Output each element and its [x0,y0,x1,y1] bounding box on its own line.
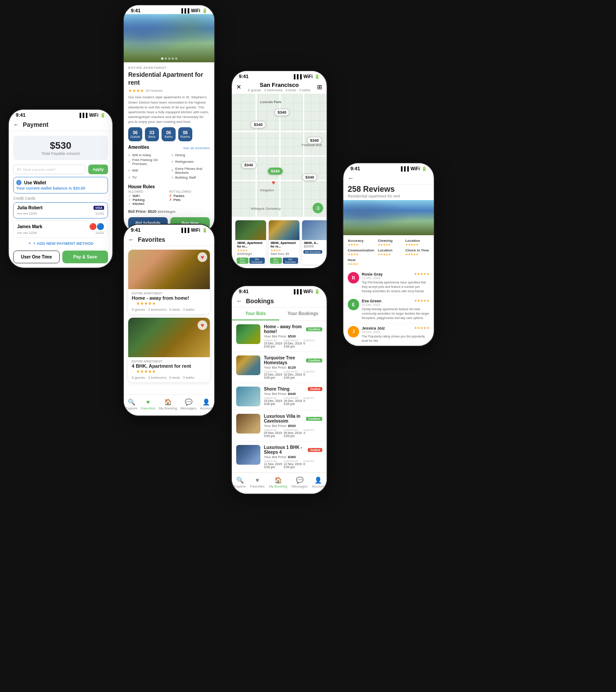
nav-explore-3[interactable]: 🔍 Explore [126,398,137,410]
nav-favorites-3[interactable]: ♥ Favorites [141,398,155,410]
rating-checkin: Check in Time ★★★★★ [405,248,429,256]
status-bar-2: 9:41 ▐▐▐ WiFi 🔋 [124,5,214,14]
rating-location: Location ★★★★★ [405,239,429,247]
promo-row: 🏷 Have a promo code? Apply [13,165,108,174]
thumb-listing-1[interactable]: 3BHK, Apartment for re... ★★★★ $345/Nigh… [235,220,266,265]
messages-icon-5: 💬 [296,477,303,484]
favorites-icon-5: ♥ [256,477,259,484]
booking-item-1[interactable]: Turquoise Tree Homestays Confirm Your Bi… [232,352,327,383]
beds-icon: 03 Beds [145,127,159,141]
fav-1-info: ENTIRE APARTMENT Home - away from home! … [128,289,210,314]
price-340-4[interactable]: $340 [241,161,256,169]
thumb-1-bid[interactable]: Bid Schedule [249,258,265,264]
payment-screen: 9:41 ▐▐▐ WiFi 🔋 ← Payment $530 Total Pay… [8,109,113,269]
bottom-nav-3: 🔍 Explore ♥ Favorites 🏠 My Booking 💬 Mes… [124,394,214,416]
status-bar-6: 9:41 ▐▐▐ WiFi 🔋 [343,163,434,172]
allowed-label: ALLOWED [128,190,169,193]
avatar-2: J [348,326,359,337]
tab-your-bids[interactable]: Your Bids [232,308,279,320]
heart-btn-2[interactable]: ♥ [198,320,207,330]
use-once-button[interactable]: User One Time [13,251,60,263]
card-2[interactable]: James Mark 🔴🔵 •••• •••• 1234 11/21 [13,220,108,238]
nav-booking-label: My Booking [159,406,177,410]
thumb-1-buy[interactable]: Buy Now [237,258,249,264]
thumb-2-bid[interactable]: Bid Schedule [283,258,298,264]
nav-favorites-5[interactable]: ♥ Favorites [250,477,265,488]
booking-bid-3: Your Bid Price: $520 [264,424,322,428]
price-340-1[interactable]: $340 [274,109,289,116]
house-rules-section: House Rules ALLOWED ✓WiFi ✓Parking ✓Kitc… [128,182,210,206]
nav-account-5[interactable]: 👤 Account [312,477,324,488]
apply-button[interactable]: Apply [88,165,108,174]
booking-name-4: Luxurious 1 BHK - Sleeps 4 [264,445,308,455]
bookings-header: ← Bookings [232,295,327,308]
booking-info-0: Home - away from home! Confirm Your Bid … [264,324,322,348]
booking-details-4: CHECK IN11 Nov, 20193:00 pm CHECKOUT12 N… [264,460,322,469]
close-btn[interactable]: ✕ [236,83,241,90]
card-1[interactable]: Julia Robert VISA •••• •••• 1234 11/21 [13,202,108,219]
thumb-listing-3[interactable]: 3BHK, A... $345/N Bid Schedule [302,220,327,265]
booking-item-4[interactable]: Luxurious 1 BHK - Sleeps 4 Outbid Your B… [232,441,327,473]
filter-icon[interactable]: ⊞ [317,83,322,90]
map-list-btn[interactable]: ☰ [313,203,323,213]
nav-booking-5[interactable]: 🏠 My Booking [269,477,287,488]
favorite-item-1[interactable]: ♥ ENTIRE APARTMENT Home - away from home… [128,250,210,314]
tab-your-bookings[interactable]: Your Bookings [279,308,327,320]
wifi-icon-2: WiFi [191,8,200,13]
pay-save-button[interactable]: Pay & Save [62,251,108,263]
nav-messages-3[interactable]: 💬 Messages [180,398,196,410]
reviewer-stars-0: ★★★★★ [414,272,429,276]
thumb-3-price: $345/N [304,245,327,248]
price-340-5[interactable]: $340 [302,174,317,181]
visa-logo: VISA [94,206,104,210]
price-340-2[interactable]: $340 [251,121,266,128]
rating-communication-label: Communication [348,248,374,252]
favorite-item-2[interactable]: ♥ ENTIRE APARTMENT 4 BHK, Apartment for … [128,318,210,382]
wallet-checkbox[interactable] [16,180,22,185]
bottom-nav-5: 🔍 Explore ♥ Favorites 🏠 My Booking 💬 Mes… [232,473,327,494]
heart-btn-1[interactable]: ♥ [198,252,207,262]
booking-item-3[interactable]: Luxurious Villa in Cavelossim Confirm Yo… [232,410,327,441]
thumb-2-buy[interactable]: Buy Now [270,258,282,264]
listing-title: Residential Apartment for rent [128,71,210,86]
rating-location-stars: ★★★★★ [405,243,429,247]
price-340-3[interactable]: $340 [307,137,322,144]
promo-input[interactable]: 🏷 Have a promo code? [13,165,86,174]
rating-host-label: Host [348,258,374,262]
baths-icon: 06 Baths [162,127,176,141]
back-arrow[interactable]: ← [13,121,19,128]
thumb-listing-2[interactable]: 3BHK, Apartment for re... ★★★★ Start fro… [269,220,299,265]
rating-host-stars: ★★★★ [348,262,374,266]
house-rules-title: House Rules [128,184,155,189]
booking-bid-0: Your Bid Price: $530 [264,334,322,338]
wallet-section: Use Wallet Your current wallet balance i… [13,177,108,194]
nav-account-3[interactable]: 👤 Account [200,398,213,410]
time-3: 9:41 [131,227,140,233]
booking-status-0: Confirm [306,327,322,331]
back-arrow-3[interactable]: ← [128,236,134,243]
nav-explore-5[interactable]: 🔍 Explore [234,477,246,488]
nav-messages-label: Messages [180,406,196,410]
guests-icon: 06 Guests [128,127,142,141]
back-arrow-5[interactable]: ← [236,298,242,305]
thumb-2-btns: Buy Now Bid Schedule [269,257,299,265]
price-340-active[interactable]: $340 [268,168,283,175]
explore-icon-5: 🔍 [236,477,244,484]
favorites-icon: ♥ [146,398,150,405]
nav-messages-5[interactable]: 💬 Messages [292,477,307,488]
signal-icon: ▐▐▐ [78,113,87,118]
map-thumbnails: 3BHK, Apartment for re... ★★★★ $345/Nigh… [232,217,327,268]
booking-name-2: Shore Thing [264,387,289,391]
booking-item-0[interactable]: Home - away from home! Confirm Your Bid … [232,321,327,352]
nav-favorites-label-5: Favorites [250,484,265,488]
rating-cleaning-label: Cleaning [378,239,402,243]
review-0: R Rosie Gray ★★★★★ 12 Dec, 2019 Top Pet-… [343,269,434,296]
back-arrow-6[interactable]: ← [348,175,354,182]
booking-item-2[interactable]: Shore Thing Outbid Your Bid Price: $440 … [232,383,327,410]
nav-booking-3[interactable]: 🏠 My Booking [159,398,177,410]
add-card-button[interactable]: ＋ + ADD NEW PAYMENT METHOD [13,240,108,246]
see-all-link[interactable]: See all amenities [183,146,210,150]
map-view[interactable]: Lincoln Park Flatbush Ave Kingston Wiltw… [232,94,327,217]
reviewer-stars-2: ★★★★★ [414,326,429,330]
thumb-3-bid[interactable]: Bid Schedule [303,250,322,254]
